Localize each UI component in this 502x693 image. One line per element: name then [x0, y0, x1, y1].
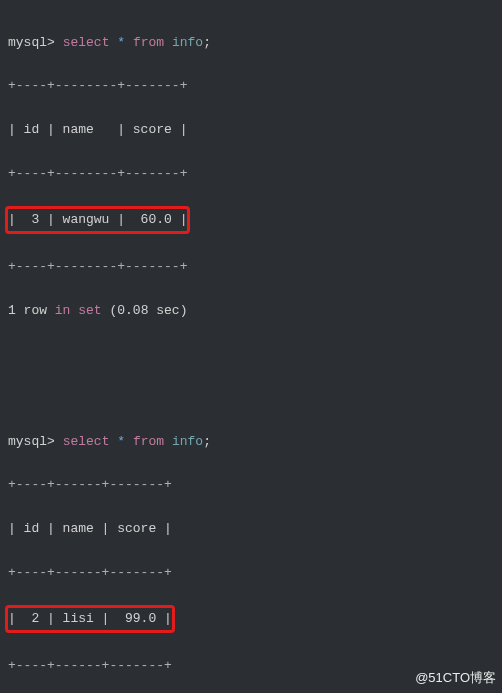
table-row: | 3 | wangwu | 60.0 |	[8, 206, 494, 234]
prompt: mysql>	[8, 434, 55, 449]
blank-line	[8, 387, 494, 409]
kw-select: select	[63, 434, 110, 449]
kw-from: from	[133, 35, 164, 50]
watermark: @51CTO博客	[415, 669, 496, 687]
table-header: | id | name | score |	[8, 518, 494, 540]
semicolon: ;	[203, 434, 211, 449]
kw-select: select	[63, 35, 110, 50]
table-border: +----+--------+-------+	[8, 163, 494, 185]
timing-post: (0.08 sec)	[102, 303, 188, 318]
timing-line: 1 row in set (0.08 sec)	[8, 300, 494, 322]
query-line: mysql> select * from info;	[8, 32, 494, 54]
semicolon: ;	[203, 35, 211, 50]
timing-pre: 1 row	[8, 303, 55, 318]
highlight-box: | 3 | wangwu | 60.0 |	[5, 206, 190, 234]
ident-info: info	[172, 434, 203, 449]
terminal-output: mysql> select * from info; +----+-------…	[0, 0, 502, 693]
table-border: +----+--------+-------+	[8, 75, 494, 97]
blank-line	[8, 343, 494, 365]
kw-in: in	[55, 303, 71, 318]
kw-from: from	[133, 434, 164, 449]
table-border: +----+--------+-------+	[8, 256, 494, 278]
query-line: mysql> select * from info;	[8, 431, 494, 453]
table-header: | id | name | score |	[8, 119, 494, 141]
star: *	[117, 434, 125, 449]
table-border: +----+------+-------+	[8, 562, 494, 584]
prompt: mysql>	[8, 35, 55, 50]
kw-set: set	[78, 303, 101, 318]
table-border: +----+------+-------+	[8, 474, 494, 496]
table-row: | 2 | lisi | 99.0 |	[8, 605, 494, 633]
star: *	[117, 35, 125, 50]
ident-info: info	[172, 35, 203, 50]
highlight-box: | 2 | lisi | 99.0 |	[5, 605, 175, 633]
